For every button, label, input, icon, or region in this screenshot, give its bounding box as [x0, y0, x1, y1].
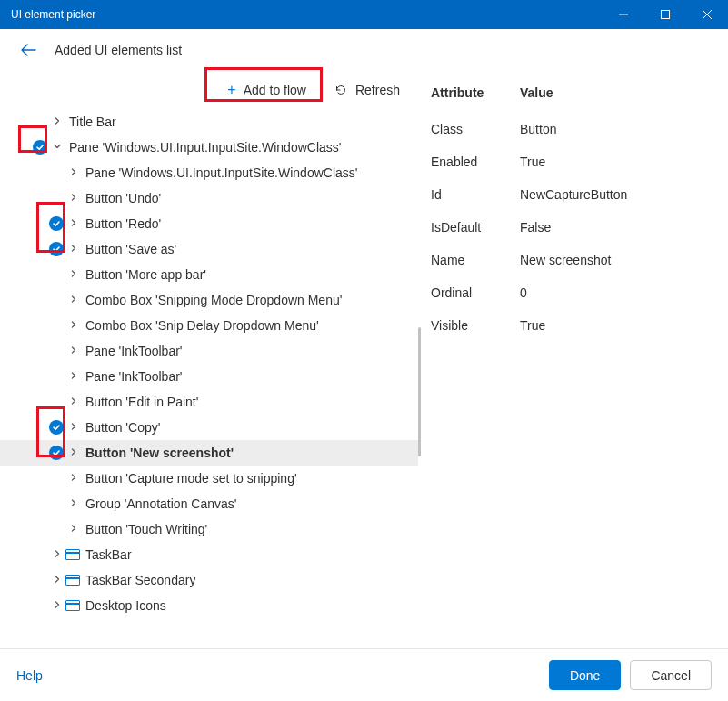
- chevron-right-icon[interactable]: [67, 345, 80, 356]
- selected-badge-icon: [49, 216, 64, 231]
- chevron-right-icon[interactable]: [67, 371, 80, 382]
- back-button[interactable]: [20, 42, 36, 58]
- selected-badge-icon: [49, 242, 64, 256]
- window-icon: [65, 600, 80, 611]
- attribute-name: IsDefault: [431, 220, 520, 235]
- tree-row[interactable]: Pane 'InkToolbar': [0, 338, 418, 364]
- attributes-header: Attribute Value: [431, 85, 715, 113]
- refresh-button[interactable]: Refresh: [328, 78, 405, 102]
- tree-row[interactable]: Title Bar: [0, 109, 418, 135]
- window-icon: [65, 549, 80, 560]
- chevron-right-icon[interactable]: [67, 473, 80, 484]
- cancel-button[interactable]: Cancel: [630, 660, 712, 690]
- tree-item-label: Button 'New screenshot': [85, 446, 234, 460]
- tree-item-label: Button 'Undo': [85, 191, 161, 205]
- tree-row[interactable]: Button 'New screenshot': [0, 440, 418, 466]
- tree-item-label: TaskBar: [85, 547, 132, 562]
- tree-row[interactable]: Button 'Touch Writing': [0, 516, 418, 542]
- chevron-right-icon[interactable]: [67, 447, 80, 458]
- refresh-icon: [334, 83, 348, 97]
- chevron-right-icon[interactable]: [51, 600, 64, 611]
- chevron-right-icon[interactable]: [67, 320, 80, 331]
- tree-item-label: Button 'Touch Writing': [85, 522, 207, 536]
- left-pane: + Add to flow Refresh Title BarPane 'Win…: [0, 71, 418, 648]
- window-maximize-button[interactable]: [644, 0, 686, 29]
- selected-badge-icon: [33, 140, 47, 155]
- chevron-right-icon[interactable]: [67, 269, 80, 280]
- attribute-value: False: [520, 220, 551, 235]
- tree-row[interactable]: Button 'Capture mode set to snipping': [0, 466, 418, 491]
- tree-item-label: Button 'Capture mode set to snipping': [85, 471, 297, 486]
- tree-row[interactable]: Button 'Copy': [0, 415, 418, 440]
- tree-row[interactable]: Combo Box 'Snipping Mode Dropdown Menu': [0, 287, 418, 313]
- chevron-right-icon[interactable]: [67, 524, 80, 535]
- tree-row[interactable]: Pane 'Windows.UI.Input.InputSite.WindowC…: [0, 160, 418, 185]
- chevron-right-icon[interactable]: [51, 116, 64, 127]
- tree-item-label: Pane 'Windows.UI.Input.InputSite.WindowC…: [85, 165, 357, 180]
- left-toolbar: + Add to flow Refresh: [0, 71, 418, 109]
- attribute-row: EnabledTrue: [431, 145, 715, 178]
- window-close-button[interactable]: [686, 0, 728, 29]
- chevron-right-icon[interactable]: [51, 575, 64, 586]
- done-button[interactable]: Done: [549, 660, 621, 690]
- attr-header-attribute: Attribute: [431, 85, 520, 100]
- tree-item-label: Title Bar: [69, 115, 116, 129]
- tree-item-label: Group 'Annotation Canvas': [85, 496, 236, 511]
- attribute-value: True: [520, 155, 545, 169]
- tree-row[interactable]: Pane 'Windows.UI.Input.InputSite.WindowC…: [0, 135, 418, 160]
- attribute-name: Visible: [431, 318, 520, 333]
- tree-item-label: Combo Box 'Snip Delay Dropdown Menu': [85, 318, 319, 333]
- chevron-right-icon[interactable]: [67, 422, 80, 433]
- window-minimize-button[interactable]: [603, 0, 644, 29]
- tree-item-label: Pane 'Windows.UI.Input.InputSite.WindowC…: [69, 140, 341, 155]
- tree-row[interactable]: Group 'Annotation Canvas': [0, 491, 418, 516]
- chevron-right-icon[interactable]: [51, 549, 64, 560]
- chevron-right-icon[interactable]: [67, 167, 80, 178]
- window-icon: [65, 575, 80, 586]
- window-titlebar: UI element picker: [0, 0, 728, 29]
- tree-item-label: Combo Box 'Snipping Mode Dropdown Menu': [85, 293, 342, 307]
- attribute-name: Enabled: [431, 155, 520, 169]
- tree-row[interactable]: Button 'Edit in Paint': [0, 389, 418, 415]
- tree-row[interactable]: Combo Box 'Snip Delay Dropdown Menu': [0, 313, 418, 338]
- window-title: UI element picker: [11, 8, 603, 21]
- attributes-pane: Attribute Value ClassButtonEnabledTrueId…: [418, 71, 728, 648]
- refresh-label: Refresh: [355, 83, 400, 97]
- chevron-right-icon[interactable]: [67, 295, 80, 305]
- ui-elements-tree[interactable]: Title BarPane 'Windows.UI.Input.InputSit…: [0, 109, 418, 648]
- tree-row[interactable]: Desktop Icons: [0, 593, 418, 618]
- attr-header-value: Value: [520, 85, 553, 100]
- add-to-flow-label: Add to flow: [244, 83, 306, 97]
- attribute-value: 0: [520, 285, 527, 300]
- attribute-row: IdNewCaptureButton: [431, 178, 715, 211]
- attribute-name: Class: [431, 122, 520, 136]
- chevron-right-icon[interactable]: [67, 498, 80, 509]
- chevron-right-icon[interactable]: [67, 218, 80, 229]
- tree-item-label: Pane 'InkToolbar': [85, 369, 183, 384]
- page-title: Added UI elements list: [55, 43, 182, 57]
- tree-item-label: Button 'Copy': [85, 420, 160, 435]
- chevron-down-icon[interactable]: [51, 142, 64, 153]
- tree-row[interactable]: Button 'More app bar': [0, 262, 418, 287]
- tree-row[interactable]: Pane 'InkToolbar': [0, 364, 418, 389]
- selected-badge-icon: [49, 420, 64, 435]
- attribute-value: Button: [520, 122, 556, 136]
- help-link[interactable]: Help: [16, 668, 43, 683]
- attribute-name: Id: [431, 187, 520, 202]
- tree-row[interactable]: TaskBar: [0, 542, 418, 567]
- tree-item-label: Button 'Redo': [85, 216, 161, 231]
- attributes-list: ClassButtonEnabledTrueIdNewCaptureButton…: [431, 113, 715, 342]
- chevron-right-icon[interactable]: [67, 193, 80, 204]
- tree-row[interactable]: Button 'Undo': [0, 185, 418, 211]
- attribute-row: VisibleTrue: [431, 309, 715, 342]
- attribute-row: ClassButton: [431, 113, 715, 145]
- tree-item-label: Pane 'InkToolbar': [85, 344, 183, 358]
- tree-row[interactable]: TaskBar Secondary: [0, 567, 418, 593]
- tree-row[interactable]: Button 'Redo': [0, 211, 418, 236]
- chevron-right-icon[interactable]: [67, 396, 80, 407]
- page-header: Added UI elements list: [0, 29, 728, 71]
- add-to-flow-button[interactable]: + Add to flow: [222, 78, 312, 102]
- tree-item-label: Desktop Icons: [85, 598, 166, 613]
- chevron-right-icon[interactable]: [67, 244, 80, 255]
- tree-row[interactable]: Button 'Save as': [0, 236, 418, 262]
